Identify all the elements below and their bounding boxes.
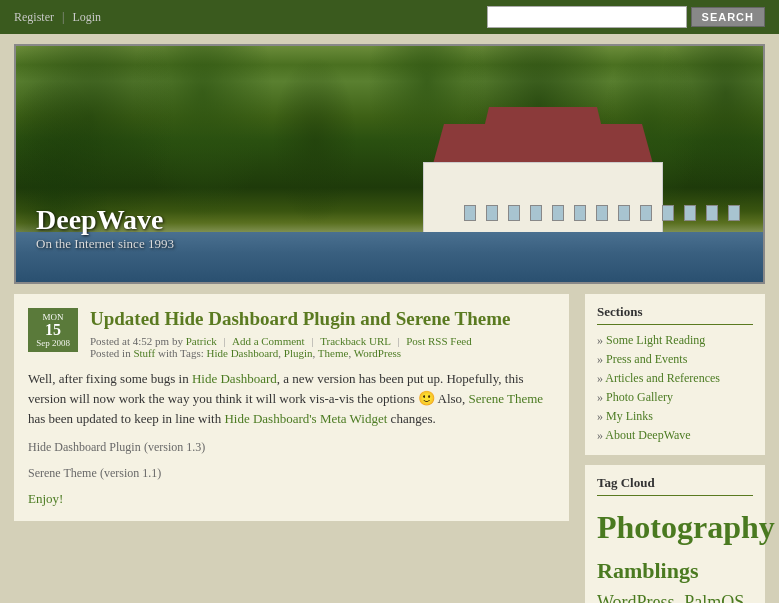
tag-plugin[interactable]: Plugin <box>284 347 313 359</box>
post-title: Updated Hide Dashboard Plugin and Serene… <box>90 308 511 331</box>
hero-banner: DeepWave On the Internet since 1993 <box>14 44 765 284</box>
hotel-window <box>574 205 586 221</box>
plugin-link-label: Hide Dashboard Plugin <box>28 440 141 454</box>
plugin-version: (version 1.3) <box>144 440 205 454</box>
post-meta: Posted at 4:52 pm by Patrick | Add a Com… <box>90 335 511 359</box>
main-wrapper: Mon 15 Sep 2008 Updated Hide Dashboard P… <box>14 294 765 603</box>
post-body: Well, after fixing some bugs in Hide Das… <box>28 369 555 429</box>
tag-cloud: Photography Ramblings WordPress PalmOS <box>597 502 753 603</box>
theme-download-link[interactable]: Serene Theme (version 1.1) <box>28 465 555 481</box>
topbar-separator: | <box>62 10 64 24</box>
hotel-window <box>530 205 542 221</box>
list-item: Articles and References <box>597 369 753 388</box>
rss-feed-link[interactable]: Post RSS Feed <box>406 335 471 347</box>
tagcloud-widget: Tag Cloud Photography Ramblings WordPres… <box>585 465 765 603</box>
theme-version: (version 1.1) <box>100 466 161 480</box>
meta-sep1: | <box>224 335 226 347</box>
tag-palmos[interactable]: PalmOS <box>684 592 744 603</box>
tag-hide-dashboard[interactable]: Hide Dashboard <box>207 347 279 359</box>
theme-link-label: Serene Theme <box>28 466 97 480</box>
hotel-roof-main <box>433 124 653 164</box>
hotel-window <box>618 205 630 221</box>
hotel-window <box>684 205 696 221</box>
hotel-window <box>640 205 652 221</box>
sections-widget: Sections Some Light Reading Press and Ev… <box>585 294 765 455</box>
post-time: 4:52 pm <box>133 335 169 347</box>
main-content: Mon 15 Sep 2008 Updated Hide Dashboard P… <box>14 294 569 521</box>
hotel-window <box>464 205 476 221</box>
hotel-window <box>662 205 674 221</box>
list-item: Press and Events <box>597 350 753 369</box>
tag-theme[interactable]: Theme <box>318 347 349 359</box>
hide-dashboard-meta-link[interactable]: Hide Dashboard's Meta Widget <box>224 411 387 426</box>
list-item: Some Light Reading <box>597 331 753 350</box>
login-link[interactable]: Login <box>72 10 101 24</box>
tag-photography[interactable]: Photography <box>597 509 775 545</box>
post-paragraph-1: Well, after fixing some bugs in Hide Das… <box>28 369 555 429</box>
hotel-window <box>596 205 608 221</box>
sections-list: Some Light Reading Press and Events Arti… <box>597 331 753 445</box>
add-comment-link[interactable]: Add a Comment <box>232 335 305 347</box>
hotel-window <box>728 205 740 221</box>
hero-text: DeepWave On the Internet since 1993 <box>36 204 174 252</box>
topbar-links: Register | Login <box>14 10 101 25</box>
section-link-press-events[interactable]: Press and Events <box>606 352 687 366</box>
search-button[interactable]: SEARCH <box>691 7 765 27</box>
section-link-photo-gallery[interactable]: Photo Gallery <box>606 390 673 404</box>
section-link-my-links[interactable]: My Links <box>606 409 653 423</box>
search-input[interactable] <box>487 6 687 28</box>
list-item: My Links <box>597 407 753 426</box>
section-link-about[interactable]: About DeepWave <box>605 428 690 442</box>
hide-dashboard-link-1[interactable]: Hide Dashboard <box>192 371 277 386</box>
hotel-window <box>552 205 564 221</box>
smiley-emoji: 🙂 <box>418 391 435 406</box>
hotel-body <box>423 162 663 242</box>
topbar: Register | Login SEARCH <box>0 0 779 34</box>
hotel-illustration <box>403 112 683 242</box>
section-link-articles[interactable]: Articles and References <box>605 371 720 385</box>
hotel-window <box>486 205 498 221</box>
section-link-some-light-reading[interactable]: Some Light Reading <box>606 333 705 347</box>
site-title: DeepWave <box>36 204 174 236</box>
meta-sep3: | <box>397 335 399 347</box>
post-author-link[interactable]: Patrick <box>186 335 217 347</box>
tag-wordpress[interactable]: WordPress <box>597 592 675 603</box>
enjoy-text: Enjoy! <box>28 491 555 507</box>
sections-title: Sections <box>597 304 753 325</box>
list-item: Photo Gallery <box>597 388 753 407</box>
hotel-window <box>706 205 718 221</box>
list-item: About DeepWave <box>597 426 753 445</box>
post-month-year: Sep 2008 <box>34 338 72 348</box>
post-day-num: 15 <box>34 322 72 338</box>
tagcloud-title: Tag Cloud <box>597 475 753 496</box>
plugin-download-link[interactable]: Hide Dashboard Plugin (version 1.3) <box>28 439 555 455</box>
post-title-area: Updated Hide Dashboard Plugin and Serene… <box>90 308 511 359</box>
trackback-link[interactable]: Trackback URL <box>320 335 390 347</box>
sidebar: Sections Some Light Reading Press and Ev… <box>585 294 765 603</box>
meta-sep2: | <box>311 335 313 347</box>
date-badge: Mon 15 Sep 2008 <box>28 308 78 352</box>
post-header: Mon 15 Sep 2008 Updated Hide Dashboard P… <box>28 308 555 359</box>
tag-wordpress[interactable]: WordPress <box>354 347 401 359</box>
hotel-window <box>508 205 520 221</box>
tag-ramblings[interactable]: Ramblings <box>597 558 698 583</box>
site-subtitle: On the Internet since 1993 <box>36 236 174 252</box>
hotel-windows <box>464 205 740 221</box>
search-form: SEARCH <box>487 6 765 28</box>
category-link[interactable]: Stuff <box>133 347 155 359</box>
serene-theme-link-1[interactable]: Serene Theme <box>469 391 543 406</box>
register-link[interactable]: Register <box>14 10 54 24</box>
